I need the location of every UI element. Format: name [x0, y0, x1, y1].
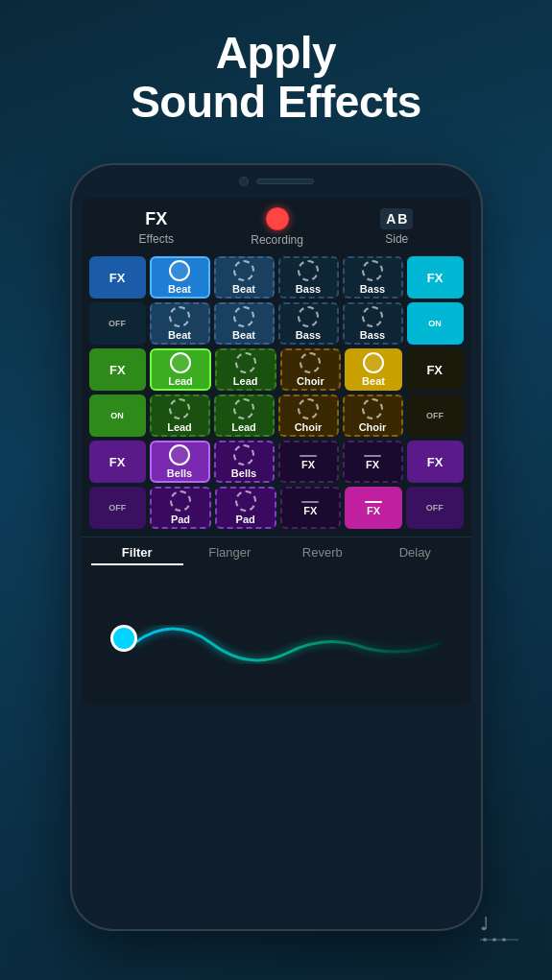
lead-icon-4 — [233, 398, 254, 419]
bells-button-active[interactable]: Bells — [150, 441, 210, 483]
fx-dark-purple-1[interactable]: FX — [278, 441, 339, 483]
fx-button-purple-2[interactable]: FX — [407, 441, 464, 483]
beat-gold-icon — [363, 352, 384, 373]
bass-button-1[interactable]: Bass — [278, 256, 339, 299]
off-button-dark[interactable]: OFF — [407, 394, 464, 437]
bass-button-3[interactable]: Bass — [278, 302, 339, 345]
fx-grid: FX Beat Beat Bass Bass — [82, 252, 471, 537]
off-button-1[interactable]: OFF — [89, 302, 146, 345]
bells-icon — [169, 444, 190, 466]
tab-flanger[interactable]: Flanger — [183, 545, 276, 565]
lead-button-3[interactable]: Lead — [150, 394, 210, 437]
app-title: Apply Sound Effects — [0, 0, 552, 145]
volume-up-button — [70, 328, 72, 376]
lead-button-active[interactable]: Lead — [150, 348, 211, 391]
bells-button-2[interactable]: Bells — [214, 441, 275, 483]
fx-button-green[interactable]: FX — [89, 348, 147, 391]
fx-button-1[interactable]: FX — [89, 256, 146, 299]
grid-row-3: FX Lead Lead Choir Beat — [89, 348, 464, 391]
logo-svg: ♩ — [475, 911, 523, 949]
lead-icon-3 — [169, 398, 190, 419]
pad-button-2[interactable]: Pad — [215, 487, 276, 529]
tab-delay[interactable]: Delay — [369, 545, 462, 565]
lead-button-2[interactable]: Lead — [215, 348, 276, 391]
off-button-purple[interactable]: OFF — [89, 487, 147, 529]
effects-label: Effects — [139, 232, 174, 246]
grid-row-2: OFF Beat Beat Bass Bass — [89, 302, 464, 345]
fx-dark-purple-3[interactable]: FX — [280, 487, 342, 529]
mute-button — [70, 290, 72, 319]
dash-icon-2 — [364, 455, 381, 457]
off-button-purple-2[interactable]: OFF — [406, 487, 464, 529]
ab-b: B — [397, 211, 407, 227]
beat-icon-3 — [169, 306, 190, 327]
choir-icon — [300, 352, 321, 373]
svg-point-4 — [502, 938, 506, 942]
recording-label: Recording — [251, 233, 303, 247]
bells-icon-2 — [233, 444, 254, 466]
bass-icon-3 — [298, 306, 319, 327]
beat-icon — [169, 260, 190, 281]
svg-point-3 — [492, 938, 496, 942]
dash-icon-4 — [365, 501, 382, 503]
wave-svg — [134, 605, 442, 681]
beat-button-active-1[interactable]: Beat — [150, 256, 210, 299]
fx-button-purple[interactable]: FX — [89, 441, 146, 483]
app-logo: ♩ — [475, 911, 523, 951]
tab-filter[interactable]: Filter — [91, 545, 184, 565]
ab-badge: A B — [380, 208, 413, 229]
grid-row-6: OFF Pad Pad FX FX — [89, 487, 464, 529]
pad-icon-2 — [235, 490, 256, 512]
choir-icon-3 — [362, 398, 383, 419]
bass-icon — [298, 260, 319, 281]
earpiece — [256, 179, 314, 184]
app-content: FX Effects Recording A B Side FX — [82, 198, 471, 705]
bass-icon-4 — [362, 306, 383, 327]
beat-icon-2 — [233, 260, 254, 281]
phone-frame: FX Effects Recording A B Side FX — [70, 163, 483, 931]
ab-a: A — [386, 211, 396, 227]
dash-icon-1 — [300, 455, 317, 457]
tab-reverb[interactable]: Reverb — [276, 545, 370, 565]
choir-button-2[interactable]: Choir — [278, 394, 339, 437]
bass-button-4[interactable]: Bass — [343, 302, 403, 345]
choir-icon-2 — [298, 398, 319, 419]
title-line2: Sound Effects — [38, 78, 514, 127]
side-section: A B Side — [380, 208, 413, 246]
title-line1: Apply — [38, 29, 514, 78]
bass-button-2[interactable]: Bass — [343, 256, 403, 299]
recording-section[interactable]: Recording — [251, 207, 303, 247]
lead-icon — [170, 352, 191, 373]
beat-button-3[interactable]: Beat — [150, 302, 210, 345]
wavy-control[interactable] — [82, 571, 471, 705]
volume-button — [481, 357, 483, 395]
bass-icon-2 — [362, 260, 383, 281]
beat-button-2[interactable]: Beat — [214, 256, 275, 299]
tabs-bar: Filter Flanger Reverb Delay — [82, 537, 471, 571]
svg-point-2 — [483, 938, 487, 942]
volume-down-button — [70, 386, 72, 434]
lead-button-4[interactable]: Lead — [214, 394, 275, 437]
fx-pink-active[interactable]: FX — [345, 487, 402, 529]
beat-button-gold[interactable]: Beat — [345, 348, 402, 391]
dash-icon-3 — [301, 501, 319, 503]
control-dot[interactable] — [110, 625, 137, 652]
on-button-1[interactable]: ON — [407, 302, 464, 345]
choir-button-1[interactable]: Choir — [280, 348, 342, 391]
on-button-green[interactable]: ON — [89, 394, 146, 437]
phone-top-bar — [72, 165, 481, 198]
beat-button-4[interactable]: Beat — [214, 302, 275, 345]
pad-icon — [170, 490, 191, 512]
choir-button-3[interactable]: Choir — [343, 394, 403, 437]
grid-row-5: FX Bells Bells FX FX — [89, 441, 464, 483]
power-button — [481, 309, 483, 347]
record-button[interactable] — [266, 207, 289, 230]
svg-text:♩: ♩ — [480, 915, 488, 934]
fx-button-cyan[interactable]: FX — [407, 256, 464, 299]
fx-dark-purple-2[interactable]: FX — [343, 441, 403, 483]
effects-section: FX Effects — [139, 209, 174, 246]
fx-button-dark[interactable]: FX — [406, 348, 464, 391]
side-label: Side — [385, 232, 408, 246]
lead-icon-2 — [235, 352, 256, 373]
pad-button-1[interactable]: Pad — [150, 487, 211, 529]
